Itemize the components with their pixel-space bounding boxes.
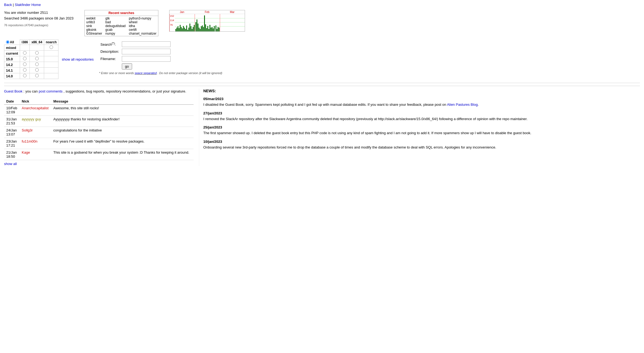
svg-rect-33 <box>212 27 213 32</box>
news-body-3: The first spammer showed up. I deleted t… <box>203 130 640 136</box>
repo-142-i386[interactable] <box>20 62 30 68</box>
svg-rect-22 <box>200 29 201 32</box>
repo-142-noarch <box>44 62 58 68</box>
repo-current-label: current <box>4 51 20 56</box>
all-radio[interactable] <box>6 40 9 44</box>
repo-150-x86_64[interactable] <box>30 56 44 62</box>
header-nav: Back | Slakfinder Home <box>4 3 640 7</box>
table-row: 21/Jan 18:50 Kage This site is a godsend… <box>4 149 194 160</box>
svg-rect-18 <box>195 22 196 32</box>
search-form-table: Search(*): Description: Filename: go <box>99 41 172 70</box>
nav-separator: | <box>13 3 15 7</box>
repo-140-x86_64[interactable] <box>30 73 44 79</box>
repo-current-noarch <box>44 51 58 56</box>
repo-142-x86_64[interactable] <box>30 62 44 68</box>
repo-selector: All i386 x86_64 noarch mixed <box>4 39 94 80</box>
guestbook-intro-mid: , suggestions, bug reports, repository r… <box>64 89 186 93</box>
search-input[interactable] <box>122 41 171 47</box>
entry-message: For years I've used it with "depfinder" … <box>51 138 194 149</box>
svg-rect-34 <box>213 28 214 32</box>
svg-rect-2 <box>178 26 178 32</box>
repo-140-noarch <box>44 73 58 79</box>
entry-date: 24/Jan 13:07 <box>4 127 19 138</box>
recent-searches-table: Recent searches webkiturllib3sinkgtksink… <box>84 10 158 36</box>
repo-current-i386[interactable] <box>20 51 30 56</box>
svg-rect-31 <box>210 25 210 32</box>
back-link[interactable]: Back <box>4 3 12 7</box>
show-all-repos-link[interactable]: show all repositories <box>62 57 94 61</box>
search-label: Search <box>100 43 112 47</box>
svg-rect-17 <box>194 25 195 32</box>
entry-nick: ayyyyyy guy <box>19 116 51 127</box>
news-date-2: 27/jan/2023 <box>203 111 640 115</box>
search-superscript: (*) <box>112 42 115 45</box>
description-label-cell: Description: <box>99 48 120 55</box>
filename-input[interactable] <box>122 56 171 62</box>
repo-140-i386[interactable] <box>20 73 30 79</box>
i386-header: i386 <box>20 40 30 45</box>
col-date: Date <box>4 98 19 105</box>
repo-mixed-noarch[interactable] <box>44 45 58 51</box>
svg-rect-13 <box>189 24 190 32</box>
svg-rect-25 <box>203 27 204 32</box>
repo-141-x86_64[interactable] <box>30 68 44 73</box>
chart-y-152: 152 <box>170 15 174 17</box>
home-link[interactable]: Slakfinder Home <box>15 3 41 7</box>
search-section: All i386 x86_64 noarch mixed <box>4 39 640 80</box>
svg-rect-16 <box>193 27 194 32</box>
guestbook-table: Date Nick Message 10/Feb 12:09 Anarchoca… <box>4 98 194 160</box>
col-nick: Nick <box>19 98 51 105</box>
news-date-4: 10/jan/2023 <box>203 140 640 144</box>
guestbook-intro: Guest Book : you can post comments , sug… <box>4 89 194 94</box>
entry-nick: Anarchocapitalist <box>19 104 51 116</box>
hint-pre: * Enter one or more words <box>99 71 134 75</box>
hint-suffix: . Do not enter package version (it will … <box>158 71 222 75</box>
post-comments-link[interactable]: post comments <box>39 89 63 93</box>
svg-rect-0 <box>175 29 176 32</box>
repo-150-noarch <box>44 56 58 62</box>
left-panel: Guest Book : you can post comments , sug… <box>4 89 199 166</box>
repo-grid-table: All i386 x86_64 noarch mixed <box>4 39 58 79</box>
svg-rect-30 <box>208 29 209 32</box>
main-content: Guest Book : you can post comments , sug… <box>4 86 640 166</box>
svg-rect-19 <box>197 19 197 32</box>
entry-message: congratulations for the initiative <box>51 127 194 138</box>
repo-150-i386[interactable] <box>20 56 30 62</box>
repo-141-i386[interactable] <box>20 68 30 73</box>
recent-searches-title: Recent searches <box>84 10 158 16</box>
entry-message: This site is a godsend for when you brea… <box>51 149 194 160</box>
svg-rect-8 <box>184 28 185 32</box>
repo-current-x86_64[interactable] <box>30 51 44 56</box>
search-form: Search(*): Description: Filename: go <box>99 41 222 75</box>
svg-rect-28 <box>206 28 207 32</box>
svg-rect-27 <box>205 24 206 32</box>
divider <box>4 83 640 83</box>
svg-rect-7 <box>183 26 184 32</box>
news-section: NEWS: 05/mar/2023 I disabled the Guest B… <box>203 89 640 150</box>
svg-rect-26 <box>204 15 205 32</box>
visitor-line1: You are visitor number 2511 <box>4 10 74 16</box>
repo-row-141: 14.1 <box>4 68 58 73</box>
go-button[interactable]: go <box>122 63 132 70</box>
guestbook-link[interactable]: Guest Book <box>4 89 22 93</box>
chart-y-76: 76 <box>170 24 173 26</box>
description-input[interactable] <box>122 49 171 54</box>
repo-row-142: 14.2 <box>4 62 58 68</box>
repo-mixed-label: mixed <box>4 45 20 51</box>
alien-pastures-link[interactable]: Alien Pastures Blog <box>447 103 478 107</box>
svg-rect-32 <box>211 28 211 32</box>
recent-col3: python3-numpywheelidhacertificharset_nor… <box>127 16 158 36</box>
show-all-link[interactable]: show all <box>4 162 17 166</box>
entry-nick: fu11m00n <box>19 138 51 149</box>
table-row: 24/Jan 13:07 Sollg3r congratulations for… <box>4 127 194 138</box>
repo-141-label: 14.1 <box>4 68 20 73</box>
search-chart: Jan Feb Mar 152 114 76 <box>169 10 245 32</box>
news-body-1: I disabled the Guest Book, sorry. Spamme… <box>203 102 640 107</box>
recent-col1: webkiturllib3sinkgtksinkGStreamer <box>84 16 104 36</box>
table-row: 23/Jan 17:21 fu11m00n For years I've use… <box>4 138 194 149</box>
svg-rect-29 <box>207 26 208 32</box>
space-separated-link[interactable]: space separated <box>135 71 156 75</box>
svg-rect-15 <box>192 29 192 32</box>
repo-140-label: 14.0 <box>4 73 20 79</box>
all-label: All <box>10 40 14 44</box>
